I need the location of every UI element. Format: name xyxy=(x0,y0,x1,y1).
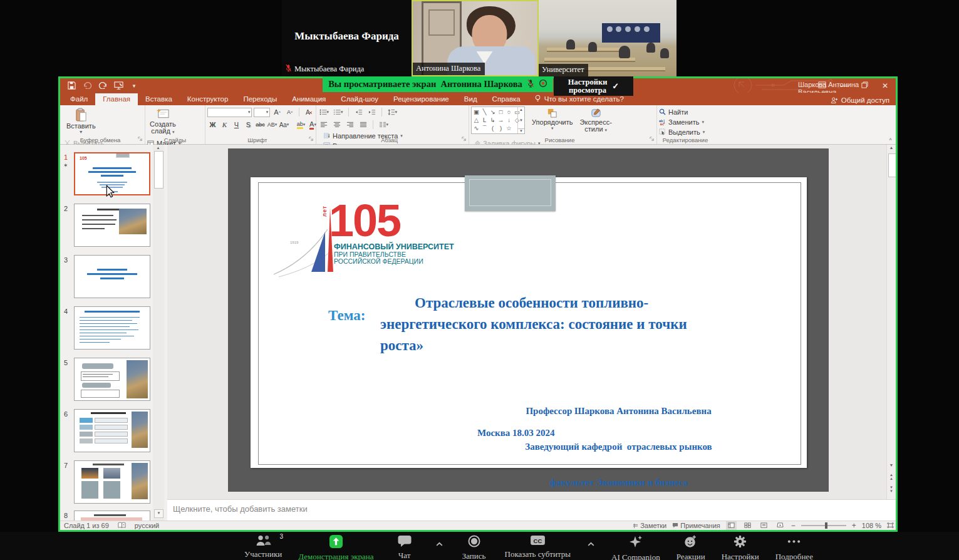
zoom-slider[interactable] xyxy=(801,525,846,526)
qat-customize-icon[interactable]: ▾ xyxy=(129,81,139,91)
dialog-launcher-icon[interactable] xyxy=(309,135,314,143)
toolbar-more-button[interactable]: Подробнее xyxy=(775,532,813,560)
slide-thumbnail-6[interactable]: 6 xyxy=(60,409,154,455)
toolbar-captions-button[interactable]: CCПоказать субтитры xyxy=(505,532,571,559)
share-access-button[interactable]: Общий доступ xyxy=(831,96,889,104)
justify-button[interactable] xyxy=(358,120,368,130)
fit-slide-button[interactable] xyxy=(887,522,894,529)
toolbar-ai-companion-button[interactable]: AI Companion xyxy=(611,532,660,560)
thumbnail-preview[interactable] xyxy=(74,358,150,401)
normal-view-button[interactable] xyxy=(726,521,737,530)
toolbar-chat-button[interactable]: Чат xyxy=(390,532,419,560)
slide-thumbnail-5[interactable]: 5 xyxy=(60,358,154,403)
find-button[interactable]: Найти xyxy=(659,107,705,117)
columns-button[interactable]: ▾ xyxy=(378,120,390,130)
shapes-gallery-scroll[interactable]: ▲▼▼ xyxy=(517,107,524,133)
thumbnail-preview[interactable] xyxy=(74,460,150,504)
font-size-combo[interactable]: ▾ xyxy=(254,108,270,117)
shape-glyph[interactable]: ↳ xyxy=(489,117,496,123)
tab-file[interactable]: Файл xyxy=(63,93,95,105)
floating-video-placeholder[interactable] xyxy=(465,175,556,211)
toolbar-participants-button[interactable]: 3Участники xyxy=(244,532,282,559)
thumbnail-preview[interactable] xyxy=(74,306,150,350)
text-highlight-button[interactable]: ab▾ xyxy=(296,120,306,130)
tab-home[interactable]: Главная xyxy=(95,93,138,105)
decrease-indent-button[interactable] xyxy=(353,108,364,117)
shape-glyph[interactable]: Ⅼ xyxy=(481,117,488,123)
restore-button[interactable] xyxy=(861,81,868,90)
toolbar-settings-button[interactable]: Настройки xyxy=(722,532,759,560)
notes-pane[interactable]: Щелкните, чтобы добавить заметки xyxy=(167,499,896,521)
collapse-ribbon-icon[interactable]: ˄ xyxy=(889,137,892,142)
font-name-combo[interactable]: ▾ xyxy=(207,108,252,117)
close-button[interactable]: ✕ xyxy=(882,81,888,90)
view-settings-dropdown[interactable]: Настройки просмотра ✓ xyxy=(554,76,633,96)
save-icon[interactable] xyxy=(66,81,76,91)
shape-glyph[interactable]: ○ xyxy=(505,109,512,115)
shape-glyph[interactable]: ↓ xyxy=(505,117,512,123)
align-center-button[interactable] xyxy=(331,120,342,130)
slideshow-view-button[interactable] xyxy=(775,521,785,530)
slide-thumbnail-7[interactable]: 7 xyxy=(60,460,154,506)
language-indicator[interactable]: русский xyxy=(135,522,159,529)
shape-glyph[interactable]: → xyxy=(497,117,504,123)
increase-indent-button[interactable] xyxy=(366,108,377,117)
character-spacing-button[interactable]: АВ▾ xyxy=(267,120,277,130)
arrange-button[interactable]: Упорядочить ▾ xyxy=(529,106,575,138)
proofing-icon[interactable] xyxy=(118,522,126,529)
clear-formatting-button[interactable]: A xyxy=(303,108,314,117)
previous-slide-button[interactable]: ▲▲ xyxy=(888,473,895,480)
line-spacing-button[interactable]: ▾ xyxy=(386,108,398,117)
grow-font-button[interactable]: A˄ xyxy=(272,108,283,117)
strikethrough-button[interactable]: abc xyxy=(255,120,266,130)
shape-glyph[interactable]: ( xyxy=(489,125,496,132)
shape-glyph[interactable]: ╲ xyxy=(481,109,488,115)
tab-animations[interactable]: Анимация xyxy=(284,93,333,105)
tab-view[interactable]: Вид xyxy=(457,93,485,105)
tab-insert[interactable]: Вставка xyxy=(138,93,180,105)
shrink-font-button[interactable]: A˅ xyxy=(284,108,295,117)
underline-button[interactable]: Ч xyxy=(231,120,242,130)
shape-glyph[interactable]: □ xyxy=(497,109,504,115)
video-tile-sharkova-active-speaker[interactable]: Антонина Шаркова xyxy=(412,0,539,76)
align-right-button[interactable] xyxy=(345,120,355,130)
change-case-button[interactable]: Aa▾ xyxy=(279,120,289,130)
shape-glyph[interactable]: ∿ xyxy=(473,125,480,132)
slide-thumbnail-4[interactable]: 4 xyxy=(60,306,154,352)
bullets-button[interactable]: ▾ xyxy=(318,108,330,117)
scroll-down-icon[interactable]: ▼ xyxy=(888,463,895,467)
thumbnail-preview[interactable] xyxy=(74,204,150,247)
shape-glyph[interactable]: ⌒ xyxy=(481,125,488,132)
align-left-button[interactable] xyxy=(318,120,329,130)
replace-button[interactable]: abac Заменить▾ xyxy=(659,117,705,127)
paste-button[interactable]: Вставить ▼ xyxy=(64,106,98,138)
thumbnail-preview[interactable] xyxy=(74,409,150,452)
ribbon-display-options-icon[interactable] xyxy=(818,81,826,90)
thumbnail-preview[interactable] xyxy=(74,511,150,521)
tab-transitions[interactable]: Переходы xyxy=(236,93,284,105)
reading-view-button[interactable] xyxy=(759,521,769,530)
zoom-percentage[interactable]: 108 % xyxy=(862,522,881,529)
thumbnail-preview[interactable] xyxy=(74,255,150,298)
minimize-button[interactable]: — xyxy=(840,81,848,90)
redo-icon[interactable] xyxy=(98,81,108,91)
zoom-in-button[interactable]: + xyxy=(852,521,856,530)
canvas-scrollbar[interactable]: ▲ ▼ ▲▲ ▼▼ xyxy=(886,145,896,499)
undo-icon[interactable] xyxy=(82,81,92,91)
video-tile-universitet[interactable]: Университет xyxy=(539,0,676,76)
shape-glyph[interactable]: ) xyxy=(497,125,504,132)
shape-glyph[interactable]: ☆ xyxy=(505,125,512,132)
toolbar-share-screen-button[interactable]: Демонстрация экрана xyxy=(298,532,373,560)
shapes-gallery[interactable]: ▣╲↘□○▭△Ⅼ↳→↓◇∿⌒()☆ ▲▼▼ xyxy=(471,106,525,134)
shape-glyph[interactable]: ▣ xyxy=(473,109,480,115)
toolbar-chat-chevron[interactable] xyxy=(435,538,443,549)
scroll-up-icon[interactable]: ▲ xyxy=(888,145,895,150)
shape-glyph[interactable]: △ xyxy=(473,117,480,123)
dialog-launcher-icon[interactable] xyxy=(650,135,655,143)
tab-review[interactable]: Рецензирование xyxy=(386,93,457,105)
slide-editing-canvas[interactable]: лет 105 1919 ФИНАНСОВЫЙ УНИВЕРСИТЕТ ПРИ … xyxy=(167,145,886,499)
toolbar-record-button[interactable]: Запись xyxy=(460,532,489,560)
slide-sorter-view-button[interactable] xyxy=(742,521,753,530)
start-slideshow-icon[interactable] xyxy=(113,81,123,91)
tab-design[interactable]: Конструктор xyxy=(180,93,236,105)
